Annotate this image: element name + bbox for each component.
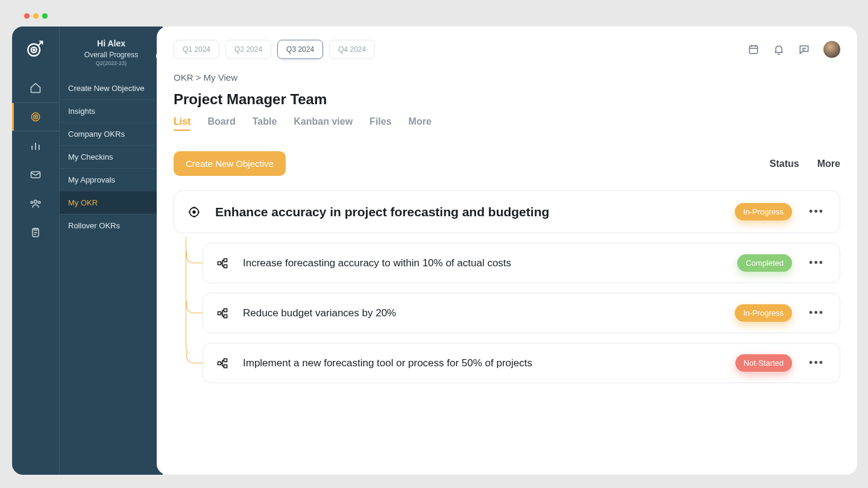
app-logo-icon bbox=[25, 37, 46, 59]
page-title: Project Manager Team bbox=[174, 91, 840, 108]
tree-connector-icon bbox=[186, 301, 203, 313]
tab-kanban[interactable]: Kanban view bbox=[294, 116, 353, 131]
tab-table[interactable]: Table bbox=[253, 116, 277, 131]
objective-status-badge: In-Progress bbox=[735, 203, 792, 221]
app-shell: ‹ Hi Alex Overall Progress Q2(2022-23) C… bbox=[12, 27, 857, 475]
key-result-title: Increase forecasting accuracy to within … bbox=[243, 257, 723, 269]
nav-my-okr[interactable]: My OKR bbox=[60, 191, 163, 214]
progress-label: Overall Progress bbox=[64, 51, 158, 59]
nav-rollover-okrs[interactable]: Rollover OKRs bbox=[60, 214, 163, 237]
quarter-q4[interactable]: Q4 2024 bbox=[329, 40, 375, 59]
svg-rect-17 bbox=[218, 311, 221, 314]
greeting: Hi Alex bbox=[64, 39, 158, 48]
svg-rect-16 bbox=[224, 264, 227, 267]
key-result-card[interactable]: Increase forecasting accuracy to within … bbox=[203, 243, 840, 283]
key-result-card[interactable]: Implement a new forecasting tool or proc… bbox=[203, 343, 840, 383]
rail-clipboard-icon[interactable] bbox=[12, 218, 59, 247]
svg-point-7 bbox=[34, 200, 37, 203]
quarter-q1[interactable]: Q1 2024 bbox=[174, 40, 219, 59]
icon-rail bbox=[12, 27, 59, 475]
sidebar: ‹ Hi Alex Overall Progress Q2(2022-23) C… bbox=[59, 27, 163, 475]
calendar-icon[interactable] bbox=[747, 43, 760, 55]
key-result-title: Implement a new forecasting tool or proc… bbox=[243, 357, 721, 369]
list-toolbar: Create New Objective Status More bbox=[174, 151, 840, 176]
objective-list: Enhance accuracy in project forecasting … bbox=[174, 190, 840, 383]
period-label: Q2(2022-23) bbox=[64, 60, 158, 66]
svg-rect-19 bbox=[224, 314, 227, 318]
svg-point-5 bbox=[35, 116, 36, 117]
rail-people-icon[interactable] bbox=[12, 189, 59, 218]
key-result-node-icon bbox=[216, 307, 228, 319]
objective-more-icon[interactable]: ••• bbox=[807, 205, 826, 218]
key-result-title: Reduce budget variances by 20% bbox=[243, 307, 720, 319]
svg-rect-21 bbox=[224, 358, 227, 361]
main-content: Q1 2024 Q2 2024 Q3 2024 Q4 2024 OKR > My… bbox=[157, 27, 857, 475]
topbar: Q1 2024 Q2 2024 Q3 2024 Q4 2024 bbox=[174, 40, 840, 59]
key-results-group: Increase forecasting accuracy to within … bbox=[186, 243, 840, 383]
svg-rect-22 bbox=[224, 364, 227, 368]
chat-icon[interactable] bbox=[798, 43, 810, 55]
create-objective-button[interactable]: Create New Objective bbox=[174, 151, 286, 176]
top-actions bbox=[747, 41, 840, 58]
window-controls bbox=[24, 13, 48, 19]
objective-target-icon bbox=[187, 205, 201, 219]
rail-okr-icon[interactable] bbox=[12, 102, 59, 131]
rail-mail-icon[interactable] bbox=[12, 160, 59, 189]
minimize-dot[interactable] bbox=[33, 13, 39, 19]
key-result-more-icon[interactable]: ••• bbox=[807, 257, 826, 269]
svg-point-13 bbox=[193, 211, 195, 213]
rail-home-icon[interactable] bbox=[12, 74, 59, 102]
svg-rect-14 bbox=[218, 261, 221, 264]
status-column-header[interactable]: Status bbox=[770, 158, 799, 169]
key-result-more-icon[interactable]: ••• bbox=[807, 307, 826, 319]
quarter-q2[interactable]: Q2 2024 bbox=[225, 40, 271, 59]
bell-icon[interactable] bbox=[773, 43, 785, 55]
svg-point-2 bbox=[33, 49, 35, 51]
key-result-node-icon bbox=[216, 357, 228, 369]
quarter-selector: Q1 2024 Q2 2024 Q3 2024 Q4 2024 bbox=[174, 40, 375, 59]
close-dot[interactable] bbox=[24, 13, 30, 19]
svg-point-8 bbox=[31, 201, 33, 203]
svg-rect-18 bbox=[224, 308, 227, 311]
key-result-card[interactable]: Reduce budget variances by 20% In-Progre… bbox=[203, 293, 840, 333]
tree-connector-icon bbox=[186, 351, 203, 363]
key-result-status-badge: In-Progress bbox=[735, 304, 792, 322]
tree-connector-icon bbox=[186, 251, 203, 263]
key-result-status-badge: Not-Started bbox=[735, 354, 792, 372]
toolbar-right: Status More bbox=[770, 158, 840, 169]
svg-rect-20 bbox=[218, 361, 221, 364]
tab-board[interactable]: Board bbox=[207, 116, 235, 131]
view-tabs: List Board Table Kanban view Files More bbox=[174, 116, 840, 131]
key-result-status-badge: Completed bbox=[737, 254, 792, 272]
tab-list[interactable]: List bbox=[174, 116, 190, 131]
objective-title: Enhance accuracy in project forecasting … bbox=[215, 205, 720, 219]
sidebar-nav: Create New Objective Insights Company OK… bbox=[60, 77, 163, 237]
tab-files[interactable]: Files bbox=[370, 116, 391, 131]
quarter-q3[interactable]: Q3 2024 bbox=[277, 40, 323, 59]
sidebar-header: Hi Alex Overall Progress Q2(2022-23) bbox=[60, 27, 163, 72]
svg-rect-15 bbox=[224, 258, 227, 261]
nav-insights[interactable]: Insights bbox=[60, 99, 163, 122]
maximize-dot[interactable] bbox=[42, 13, 48, 19]
breadcrumb: OKR > My View bbox=[174, 72, 840, 83]
more-column-header[interactable]: More bbox=[817, 158, 840, 169]
nav-company-okrs[interactable]: Company OKRs bbox=[60, 122, 163, 145]
nav-my-checkins[interactable]: My Checkins bbox=[60, 145, 163, 168]
nav-create-objective[interactable]: Create New Objective bbox=[60, 77, 163, 99]
rail-analytics-icon[interactable] bbox=[12, 131, 59, 160]
objective-card[interactable]: Enhance accuracy in project forecasting … bbox=[174, 190, 840, 233]
key-result-node-icon bbox=[216, 257, 228, 269]
tab-more[interactable]: More bbox=[409, 116, 432, 131]
svg-rect-11 bbox=[749, 46, 757, 54]
svg-point-9 bbox=[39, 201, 40, 203]
user-avatar[interactable] bbox=[823, 41, 840, 58]
key-result-more-icon[interactable]: ••• bbox=[807, 357, 826, 369]
nav-my-approvals[interactable]: My Approvals bbox=[60, 168, 163, 191]
